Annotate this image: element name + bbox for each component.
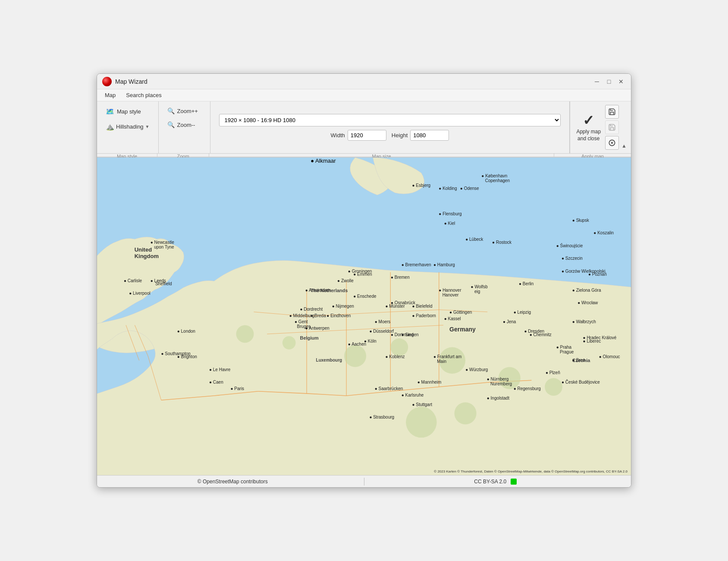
svg-point-34 — [499, 367, 521, 389]
zoom-plus-icon: 🔍 — [167, 107, 175, 114]
save-button[interactable] — [605, 105, 619, 119]
toolbar-main-row: 🗺️ Map style ⛰️ Hillshading ▼ 🔍 Zoom++ 🔍 — [97, 101, 631, 153]
map-style-icon: 🗺️ — [106, 107, 114, 116]
status-indicator — [511, 479, 517, 485]
close-button[interactable]: ✕ — [616, 77, 626, 86]
title-bar: Map Wizard ─ □ ✕ — [97, 74, 631, 89]
toolbar-section-map-style: 🗺️ Map style ⛰️ Hillshading ▼ — [97, 101, 159, 153]
svg-point-36 — [406, 407, 437, 438]
minimize-button[interactable]: ─ — [592, 77, 602, 86]
toolbar-extra-icons — [605, 105, 619, 150]
main-window: Map Wizard ─ □ ✕ Map Search places 🗺️ Ma… — [97, 73, 631, 488]
map-size-dropdown-row: 1920 × 1080 - 16:9 HD 1080 1280 × 720 - … — [219, 114, 561, 126]
hillshading-label: Hillshading — [116, 123, 144, 130]
map-style-button[interactable]: 🗺️ Map style — [101, 105, 154, 118]
height-label: Height — [392, 132, 408, 139]
status-bar: © OpenStreetMap contributors CC BY-SA 2.… — [97, 475, 631, 487]
checkmark-icon: ✓ — [583, 112, 594, 129]
status-left: © OpenStreetMap contributors — [101, 479, 364, 485]
map-svg — [97, 158, 631, 475]
title-bar-left: Map Wizard — [102, 77, 147, 86]
svg-rect-4 — [97, 413, 631, 475]
collapse-button[interactable]: ▲ — [621, 142, 628, 150]
map-size-dropdown[interactable]: 1920 × 1080 - 16:9 HD 1080 1280 × 720 - … — [219, 114, 561, 126]
zoom-minus-label: Zoom-- — [177, 122, 195, 128]
title-controls: ─ □ ✕ — [592, 77, 626, 86]
apply-and-close-label: Apply mapand close — [576, 129, 601, 142]
width-row: Width — [331, 130, 386, 141]
cancel-button[interactable] — [605, 136, 619, 150]
svg-point-32 — [390, 338, 408, 356]
hillshading-dropdown-arrow: ▼ — [145, 124, 150, 129]
map-size-wh: Width Height — [331, 130, 449, 141]
maximize-button[interactable]: □ — [604, 77, 614, 86]
map-container[interactable]: UnitedKingdom The Netherlands Belgium Lu… — [97, 158, 631, 475]
height-row: Height — [392, 130, 449, 141]
menu-map[interactable]: Map — [100, 90, 120, 100]
hillshading-button[interactable]: ⛰️ Hillshading ▼ — [101, 120, 154, 133]
status-right: CC BY-SA 2.0 — [364, 479, 627, 485]
toolbar-section-map-size: 1920 × 1080 - 16:9 HD 1080 1280 × 720 - … — [210, 101, 570, 153]
collapse-area: ▲ — [621, 142, 628, 150]
svg-point-30 — [282, 336, 296, 350]
svg-point-35 — [545, 378, 562, 396]
toolbar-section-apply: ✓ Apply mapand close — [570, 101, 631, 153]
svg-point-37 — [455, 402, 477, 424]
menu-bar: Map Search places — [97, 89, 631, 101]
status-right-text: CC BY-SA 2.0 — [474, 479, 506, 485]
window-title: Map Wizard — [115, 78, 147, 85]
width-input[interactable] — [348, 130, 386, 141]
zoom-minus-icon: 🔍 — [167, 121, 175, 128]
map-style-label: Map style — [117, 108, 141, 115]
zoom-minus-button[interactable]: 🔍 Zoom-- — [163, 119, 206, 131]
toolbar: 🗺️ Map style ⛰️ Hillshading ▼ 🔍 Zoom++ 🔍 — [97, 101, 631, 158]
app-icon — [102, 77, 112, 86]
svg-point-29 — [236, 325, 254, 343]
zoom-plus-button[interactable]: 🔍 Zoom++ — [163, 105, 206, 117]
save-disabled-button[interactable] — [605, 120, 619, 134]
hillshading-icon: ⛰️ — [106, 123, 114, 131]
height-input[interactable] — [410, 130, 449, 141]
toolbar-section-zoom: 🔍 Zoom++ 🔍 Zoom-- — [159, 101, 210, 153]
apply-and-close-button[interactable]: ✓ Apply mapand close — [574, 110, 603, 145]
menu-search-places[interactable]: Search places — [122, 90, 166, 100]
svg-point-33 — [439, 347, 465, 374]
svg-point-31 — [344, 345, 366, 367]
width-label: Width — [331, 132, 345, 139]
zoom-plus-label: Zoom++ — [177, 108, 198, 114]
